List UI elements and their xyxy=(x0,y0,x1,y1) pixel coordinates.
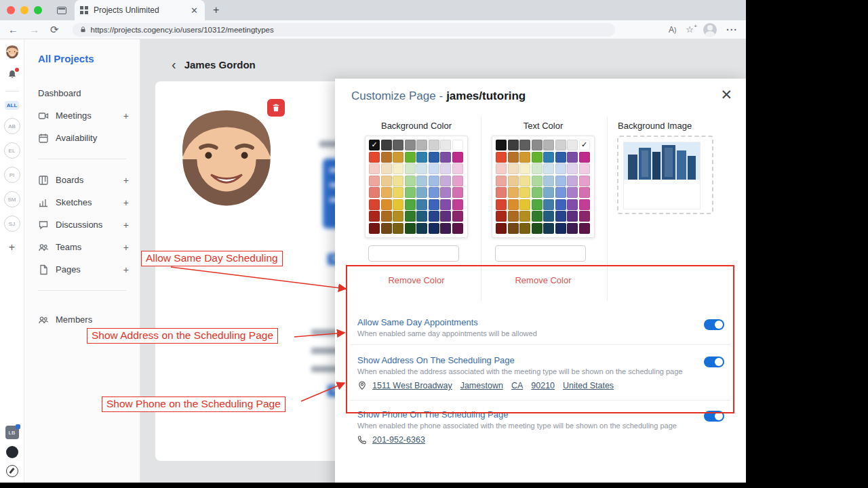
color-swatch[interactable] xyxy=(567,199,578,210)
color-swatch[interactable] xyxy=(555,140,566,150)
color-swatch[interactable] xyxy=(452,152,463,163)
color-swatch[interactable] xyxy=(369,163,380,174)
background-color-input[interactable] xyxy=(368,245,459,262)
color-swatch[interactable] xyxy=(393,176,403,186)
compass-icon[interactable] xyxy=(6,465,18,477)
color-swatch[interactable] xyxy=(393,163,403,174)
color-swatch[interactable] xyxy=(381,211,392,222)
color-swatch[interactable] xyxy=(579,152,590,163)
address-city-link[interactable]: Jamestown xyxy=(460,381,503,390)
color-swatch[interactable] xyxy=(543,211,554,222)
color-swatch[interactable] xyxy=(508,163,519,174)
color-swatch[interactable] xyxy=(369,211,380,222)
color-swatch[interactable] xyxy=(555,187,566,198)
address-state-link[interactable]: CA xyxy=(511,381,523,390)
color-swatch[interactable] xyxy=(567,152,578,163)
color-swatch[interactable] xyxy=(532,176,542,186)
color-swatch[interactable] xyxy=(416,163,427,174)
project-avatar-sj[interactable]: SJ xyxy=(4,216,20,232)
color-swatch[interactable] xyxy=(429,199,439,210)
color-swatch[interactable] xyxy=(429,140,439,150)
color-swatch[interactable] xyxy=(452,211,463,222)
color-swatch[interactable] xyxy=(381,152,392,163)
color-swatch[interactable] xyxy=(496,152,507,163)
color-swatch[interactable] xyxy=(555,223,566,234)
color-swatch[interactable] xyxy=(532,152,542,163)
color-swatch[interactable] xyxy=(416,199,427,210)
color-swatch[interactable] xyxy=(405,152,416,163)
color-swatch[interactable] xyxy=(532,199,542,210)
user-avatar[interactable] xyxy=(3,43,21,61)
browser-profile-avatar[interactable] xyxy=(703,23,717,37)
color-swatch[interactable] xyxy=(508,199,519,210)
color-swatch[interactable] xyxy=(496,163,507,174)
toggle-same-day[interactable] xyxy=(704,319,724,330)
address-zip-link[interactable]: 90210 xyxy=(531,381,555,390)
project-avatar-pi[interactable]: PI xyxy=(4,167,20,183)
color-swatch[interactable] xyxy=(508,211,519,222)
color-swatch[interactable] xyxy=(393,152,403,163)
color-swatch[interactable] xyxy=(519,199,530,210)
color-swatch[interactable] xyxy=(429,187,439,198)
color-swatch[interactable]: ✓ xyxy=(579,140,590,150)
color-swatch[interactable] xyxy=(579,187,590,198)
color-swatch[interactable] xyxy=(543,187,554,198)
color-swatch[interactable] xyxy=(440,199,451,210)
sidebar-item-dashboard[interactable]: Dashboard xyxy=(38,82,140,104)
tab-close-icon[interactable]: ✕ xyxy=(189,5,199,16)
color-swatch[interactable] xyxy=(452,163,463,174)
color-swatch[interactable] xyxy=(429,211,439,222)
color-swatch[interactable] xyxy=(567,163,578,174)
color-swatch[interactable] xyxy=(405,163,416,174)
color-swatch[interactable] xyxy=(532,163,542,174)
color-swatch[interactable] xyxy=(416,211,427,222)
color-swatch[interactable] xyxy=(496,211,507,222)
color-swatch[interactable]: ✓ xyxy=(369,140,380,150)
address-street-link[interactable]: 1511 West Broadway xyxy=(372,381,452,390)
color-swatch[interactable] xyxy=(532,187,542,198)
color-swatch[interactable] xyxy=(543,199,554,210)
color-swatch[interactable] xyxy=(508,152,519,163)
color-swatch[interactable] xyxy=(496,140,507,150)
color-swatch[interactable] xyxy=(416,187,427,198)
workspace-avatar-lb[interactable]: LB xyxy=(5,426,19,439)
color-swatch[interactable] xyxy=(405,211,416,222)
browser-tab[interactable]: Projects Unlimited ✕ xyxy=(75,0,205,20)
color-swatch[interactable] xyxy=(519,211,530,222)
minimize-window-button[interactable] xyxy=(20,6,28,14)
color-swatch[interactable] xyxy=(381,223,392,234)
color-swatch[interactable] xyxy=(519,223,530,234)
color-swatch[interactable] xyxy=(369,176,380,186)
color-swatch[interactable] xyxy=(405,199,416,210)
color-swatch[interactable] xyxy=(555,163,566,174)
color-swatch[interactable] xyxy=(543,223,554,234)
color-swatch[interactable] xyxy=(567,223,578,234)
color-swatch[interactable] xyxy=(369,187,380,198)
color-swatch[interactable] xyxy=(381,140,392,150)
color-swatch[interactable] xyxy=(393,223,403,234)
color-swatch[interactable] xyxy=(567,187,578,198)
color-swatch[interactable] xyxy=(567,211,578,222)
color-swatch[interactable] xyxy=(381,176,392,186)
read-aloud-icon[interactable]: A) xyxy=(669,25,676,35)
color-swatch[interactable] xyxy=(429,223,439,234)
color-swatch[interactable] xyxy=(440,163,451,174)
text-color-input[interactable] xyxy=(495,245,586,262)
background-image-dropzone[interactable] xyxy=(617,136,713,214)
color-swatch[interactable] xyxy=(496,223,507,234)
color-swatch[interactable] xyxy=(405,223,416,234)
sidebar-item-sketches[interactable]: Sketches + xyxy=(38,191,140,214)
color-swatch[interactable] xyxy=(393,211,403,222)
remove-text-color-link[interactable]: Remove Color xyxy=(492,275,595,285)
color-swatch[interactable] xyxy=(496,199,507,210)
color-swatch[interactable] xyxy=(369,152,380,163)
sidebar-item-discussions[interactable]: Discussions + xyxy=(38,214,140,236)
project-avatar-sm[interactable]: SM xyxy=(4,191,20,207)
more-options-icon[interactable]: ··· xyxy=(726,24,738,35)
workspaces-icon[interactable] xyxy=(57,7,66,14)
color-swatch[interactable] xyxy=(532,140,542,150)
color-swatch[interactable] xyxy=(508,176,519,186)
color-swatch[interactable] xyxy=(452,223,463,234)
add-sketch-button[interactable]: + xyxy=(123,197,129,208)
phone-number-link[interactable]: 201-952-6363 xyxy=(372,435,425,445)
